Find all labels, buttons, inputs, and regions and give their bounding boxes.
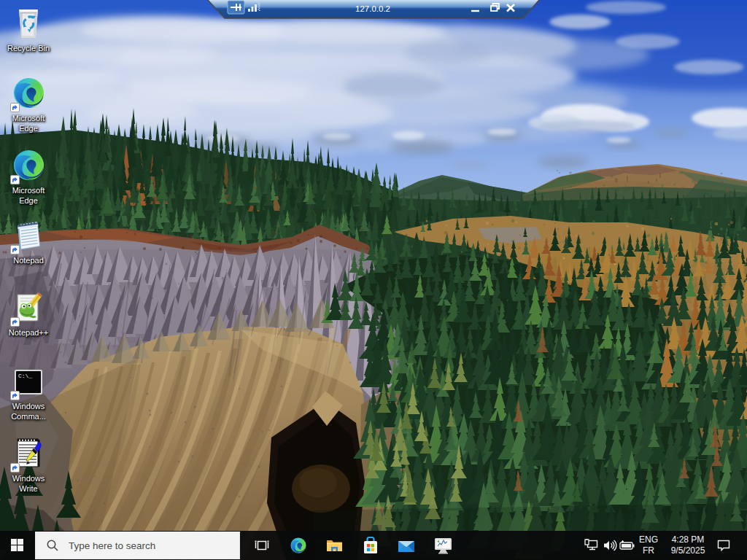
svg-text:C:\_: C:\_ — [18, 373, 32, 379]
svg-text:127.0.0.2: 127.0.0.2 — [355, 4, 390, 13]
